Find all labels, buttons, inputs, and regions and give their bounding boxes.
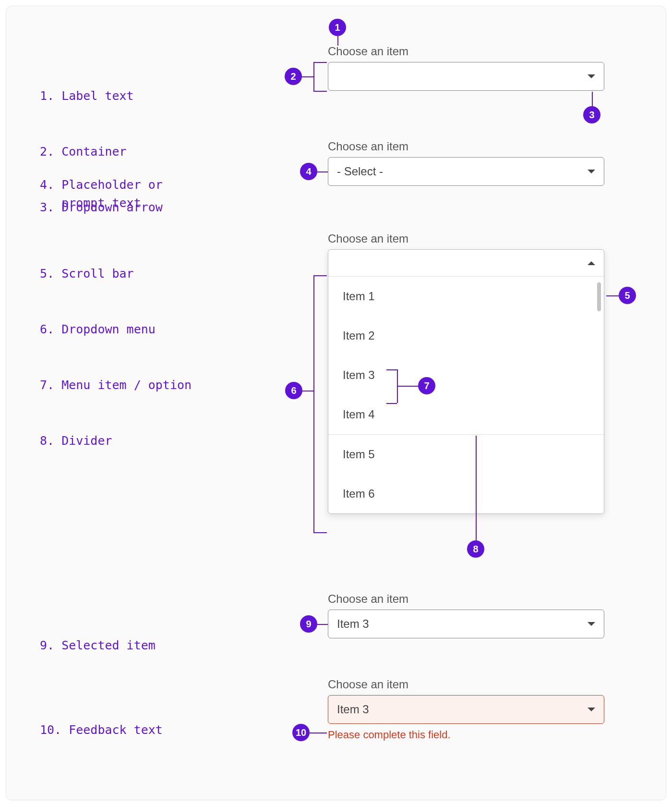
dropdown-label: Choose an item [328,678,604,691]
legend-item-10: 10. Feedback text [40,721,163,740]
dropdown-open-header[interactable] [328,250,604,277]
chevron-up-icon [588,261,595,265]
callout-badge-5: 5 [619,287,636,304]
connector-line [313,275,314,532]
connector-line [313,532,327,533]
anatomy-frame: 1. Label text 2. Container 3. Dropdown a… [6,6,666,800]
example-2: Choose an item - Select - [328,140,604,186]
legend-item-5: 5. Scroll bar [40,265,192,283]
legend-block-3: 5. Scroll bar 6. Dropdown menu 7. Menu i… [40,227,192,488]
dropdown-selected-value: Item 3 [337,617,588,631]
dropdown-container[interactable]: - Select - [328,157,604,186]
dropdown-selected-value: Item 3 [337,703,588,716]
connector-line [317,171,328,172]
dropdown-label: Choose an item [328,45,604,58]
legend-item-7: 7. Menu item / option [40,376,192,395]
chevron-down-icon [588,708,595,711]
dropdown-container[interactable]: Item 3 [328,610,604,638]
dropdown-label: Choose an item [328,140,604,153]
connector-line [313,62,314,91]
connector-line [313,275,327,276]
connector-line [317,624,328,625]
feedback-text: Please complete this field. [328,729,604,741]
legend-block-4: 9. Selected item [40,599,156,692]
chevron-down-icon [588,622,595,626]
connector-line [310,733,327,733]
callout-badge-3: 3 [583,106,600,123]
dropdown-placeholder: - Select - [337,165,588,178]
dropdown-label: Choose an item [328,592,604,606]
callout-badge-8: 8 [467,540,484,558]
connector-line [313,62,327,63]
callout-badge-7: 7 [418,377,435,394]
chevron-down-icon [588,74,595,78]
callout-badge-4: 4 [300,163,317,180]
example-3: Choose an item Item 1 Item 2 Item 3 Item… [328,232,604,514]
connector-line [397,386,418,387]
legend-item-4: 4. Placeholder or prompt text [40,176,163,213]
callout-badge-2: 2 [285,68,302,85]
connector-line [476,436,477,540]
legend-block-5: 10. Feedback text [40,684,163,777]
chevron-down-icon [588,170,595,173]
connector-line [606,295,619,296]
legend-item-1: 1. Label text [40,87,163,106]
callout-badge-10: 10 [292,724,310,741]
callout-badge-9: 9 [300,615,317,633]
connector-line [592,92,593,106]
scrollbar[interactable] [597,282,601,311]
callout-badge-6: 6 [285,382,302,399]
example-1: Choose an item [328,45,604,91]
connector-line [302,76,313,77]
example-4: Choose an item Item 3 [328,592,604,638]
menu-option[interactable]: Item 5 [328,435,604,474]
menu-option[interactable]: Item 1 [328,277,604,316]
connector-line [302,391,313,391]
menu-option[interactable]: Item 2 [328,316,604,355]
legend-item-6: 6. Dropdown menu [40,320,192,339]
example-5: Choose an item Item 3 Please complete th… [328,678,604,741]
connector-line [313,91,327,92]
dropdown-container[interactable] [328,62,604,91]
menu-option[interactable]: Item 4 [328,395,604,434]
dropdown-menu: Item 1 Item 2 Item 3 Item 4 Item 5 Item … [328,249,604,514]
dropdown-container-error[interactable]: Item 3 [328,695,604,724]
connector-line [386,369,397,370]
legend-item-8: 8. Divider [40,432,192,451]
dropdown-label: Choose an item [328,232,604,245]
connector-line [386,403,397,404]
menu-option[interactable]: Item 6 [328,474,604,513]
connector-line [337,36,338,46]
callout-badge-1: 1 [329,19,346,36]
menu-option[interactable]: Item 3 [328,355,604,395]
legend-item-9: 9. Selected item [40,636,156,655]
